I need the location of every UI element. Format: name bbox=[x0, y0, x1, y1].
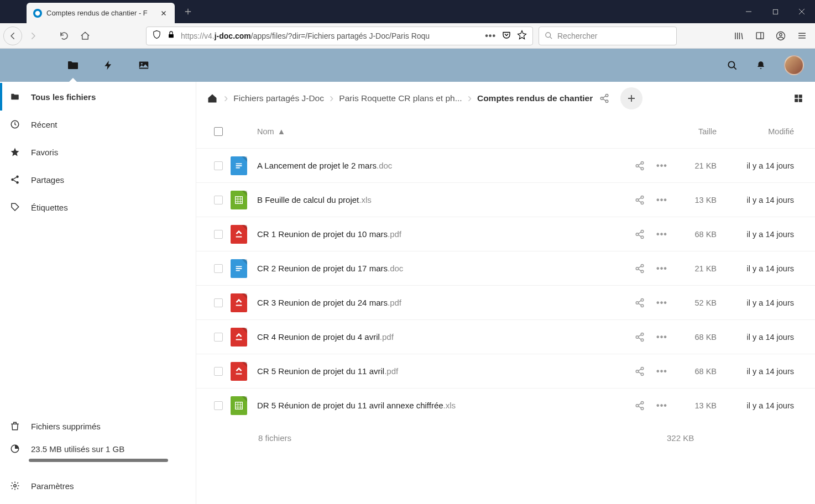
file-name[interactable]: A Lancement de projet le 2 mars.doc bbox=[257, 161, 392, 170]
page-actions-icon[interactable]: ••• bbox=[485, 31, 496, 41]
file-date: il y a 14 jours bbox=[717, 230, 805, 239]
file-size: 21 KB bbox=[667, 161, 717, 170]
file-row[interactable]: A Lancement de projet le 2 mars.doc•••21… bbox=[196, 148, 815, 182]
search-box[interactable]: Rechercher bbox=[539, 27, 677, 45]
home-button[interactable] bbox=[75, 26, 95, 46]
file-name[interactable]: CR 2 Reunion de projet du 17 mars.doc bbox=[257, 264, 403, 273]
row-more-icon[interactable]: ••• bbox=[657, 161, 667, 171]
row-share-icon[interactable] bbox=[635, 264, 645, 274]
pocket-icon[interactable] bbox=[501, 30, 511, 42]
file-row[interactable]: CR 1 Reunion de projet du 10 mars.pdf•••… bbox=[196, 217, 815, 251]
app-gallery-icon[interactable] bbox=[137, 59, 150, 72]
sidebar-icon[interactable] bbox=[750, 26, 770, 46]
row-more-icon[interactable]: ••• bbox=[657, 264, 667, 274]
file-row[interactable]: CR 2 Reunion de projet du 17 mars.doc•••… bbox=[196, 251, 815, 285]
row-checkbox[interactable] bbox=[214, 401, 223, 410]
row-more-icon[interactable]: ••• bbox=[657, 332, 667, 342]
menu-icon[interactable] bbox=[792, 26, 812, 46]
window-close[interactable] bbox=[788, 0, 815, 23]
row-checkbox[interactable] bbox=[214, 298, 223, 307]
window-minimize[interactable] bbox=[735, 0, 762, 23]
bookmark-star-icon[interactable] bbox=[517, 30, 527, 42]
file-row[interactable]: CR 5 Reunion de projet du 11 avril.pdf••… bbox=[196, 354, 815, 388]
svg-point-33 bbox=[641, 264, 644, 267]
svg-point-36 bbox=[641, 298, 644, 301]
file-row[interactable]: CR 3 Reunion de projet du 24 mars.pdf•••… bbox=[196, 285, 815, 319]
view-toggle-icon[interactable] bbox=[792, 92, 805, 105]
row-more-icon[interactable]: ••• bbox=[657, 229, 667, 239]
file-name[interactable]: B Feuille de calcul du projet.xls bbox=[257, 195, 372, 204]
row-share-icon[interactable] bbox=[635, 332, 645, 342]
svg-rect-26 bbox=[236, 196, 243, 203]
row-checkbox[interactable] bbox=[214, 367, 223, 376]
row-share-icon[interactable] bbox=[635, 229, 645, 239]
select-all-checkbox[interactable] bbox=[214, 127, 223, 136]
row-share-icon[interactable] bbox=[635, 161, 645, 171]
sidebar-item-share[interactable]: Partages bbox=[0, 166, 196, 193]
file-name[interactable]: CR 3 Reunion de projet du 24 mars.pdf bbox=[257, 298, 401, 307]
sidebar-settings[interactable]: Paramètres bbox=[0, 473, 196, 498]
row-more-icon[interactable]: ••• bbox=[657, 195, 667, 205]
breadcrumb-share-icon[interactable] bbox=[599, 93, 609, 103]
library-icon[interactable] bbox=[729, 26, 749, 46]
file-size: 68 KB bbox=[667, 333, 717, 342]
account-icon[interactable] bbox=[771, 26, 791, 46]
row-share-icon[interactable] bbox=[635, 195, 645, 205]
browser-toolbar: https://v4.j-doc.com/apps/files/?dir=/Fi… bbox=[0, 23, 815, 49]
notifications-icon[interactable] bbox=[755, 60, 766, 71]
column-name-header[interactable]: Nom▲ bbox=[257, 127, 606, 136]
sidebar-item-star[interactable]: Favoris bbox=[0, 138, 196, 166]
url-bar[interactable]: https://v4.j-doc.com/apps/files/?dir=/Fi… bbox=[146, 27, 533, 45]
header-search-icon[interactable] bbox=[727, 60, 738, 71]
breadcrumb: › Fichiers partagés J-Doc › Paris Roquet… bbox=[206, 91, 593, 106]
lock-icon[interactable] bbox=[167, 30, 175, 41]
file-name[interactable]: DR 5 Réunion de projet du 11 avril annex… bbox=[257, 401, 456, 410]
file-row[interactable]: B Feuille de calcul du projet.xls•••13 K… bbox=[196, 182, 815, 217]
file-name[interactable]: CR 1 Reunion de projet du 10 mars.pdf bbox=[257, 229, 401, 239]
summary-size: 322 KB bbox=[667, 433, 717, 443]
row-share-icon[interactable] bbox=[635, 298, 645, 308]
file-row[interactable]: CR 4 Reunion de projet du 4 avril.pdf•••… bbox=[196, 319, 815, 354]
app-files-icon[interactable] bbox=[66, 59, 80, 72]
breadcrumb-item-0[interactable]: Fichiers partagés J-Doc bbox=[233, 93, 324, 103]
row-checkbox[interactable] bbox=[214, 196, 223, 204]
tab-close-icon[interactable] bbox=[159, 9, 168, 18]
row-checkbox[interactable] bbox=[214, 333, 223, 342]
sidebar-trash[interactable]: Fichiers supprimés bbox=[0, 413, 196, 439]
row-more-icon[interactable]: ••• bbox=[657, 401, 667, 411]
browser-tab[interactable]: Comptes rendus de chantier - F bbox=[27, 3, 175, 23]
row-checkbox[interactable] bbox=[214, 264, 223, 273]
shield-icon[interactable] bbox=[152, 30, 161, 41]
nav-back-button[interactable] bbox=[3, 27, 22, 45]
breadcrumb-item-2[interactable]: Comptes rendus de chantier bbox=[477, 93, 593, 103]
file-row[interactable]: DR 5 Réunion de projet du 11 avril annex… bbox=[196, 388, 815, 422]
window-maximize[interactable] bbox=[762, 0, 788, 23]
new-tab-button[interactable] bbox=[179, 3, 197, 20]
row-checkbox[interactable] bbox=[214, 161, 223, 170]
user-avatar[interactable] bbox=[784, 55, 804, 75]
file-type-doc-icon bbox=[231, 156, 247, 175]
row-share-icon[interactable] bbox=[635, 366, 645, 376]
sidebar-item-label: Favoris bbox=[31, 148, 58, 157]
sidebar-item-clock[interactable]: Récent bbox=[0, 111, 196, 138]
file-size: 68 KB bbox=[667, 230, 717, 239]
column-modified-header[interactable]: Modifié bbox=[717, 127, 805, 136]
reload-button[interactable] bbox=[54, 26, 74, 46]
breadcrumb-home-icon[interactable] bbox=[206, 92, 218, 104]
file-type-pdf-icon bbox=[231, 225, 247, 244]
row-checkbox[interactable] bbox=[214, 230, 223, 239]
row-more-icon[interactable]: ••• bbox=[657, 298, 667, 308]
file-name[interactable]: CR 4 Reunion de projet du 4 avril.pdf bbox=[257, 332, 394, 342]
column-size-header[interactable]: Taille bbox=[667, 127, 717, 136]
row-more-icon[interactable]: ••• bbox=[657, 366, 667, 376]
sidebar-item-tag[interactable]: Étiquettes bbox=[0, 193, 196, 221]
breadcrumb-item-1[interactable]: Paris Roquette CR plans et ph... bbox=[339, 93, 462, 103]
row-share-icon[interactable] bbox=[635, 401, 645, 411]
sidebar-item-folder[interactable]: Tous les fichiers bbox=[0, 83, 196, 111]
file-name[interactable]: CR 5 Reunion de projet du 11 avril.pdf bbox=[257, 366, 398, 376]
app-activity-icon[interactable] bbox=[102, 59, 115, 72]
add-button[interactable] bbox=[620, 87, 642, 109]
nav-forward-button[interactable] bbox=[23, 26, 43, 46]
sidebar: Tous les fichiersRécentFavorisPartagesÉt… bbox=[0, 82, 196, 504]
sort-asc-icon: ▲ bbox=[278, 127, 285, 136]
